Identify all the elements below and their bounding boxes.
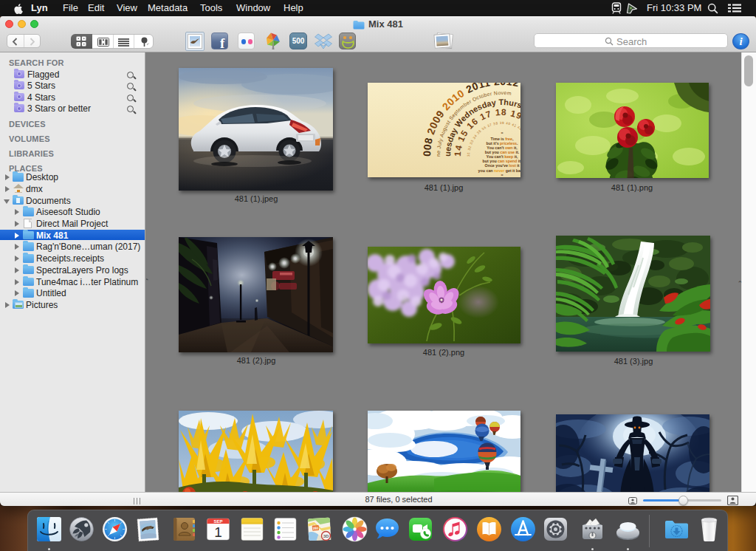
svg-text:280: 280 — [312, 527, 318, 530]
svg-text:=: = — [501, 131, 503, 135]
svg-text:Once you've lost it: Once you've lost it — [485, 163, 520, 168]
svg-text:=: = — [501, 173, 503, 177]
svg-text:you can never get it back.: you can never get it back. — [478, 168, 520, 173]
svg-text:1: 1 — [214, 524, 222, 540]
svg-text:SEP: SEP — [213, 519, 222, 524]
svg-text:3D: 3D — [323, 534, 329, 538]
